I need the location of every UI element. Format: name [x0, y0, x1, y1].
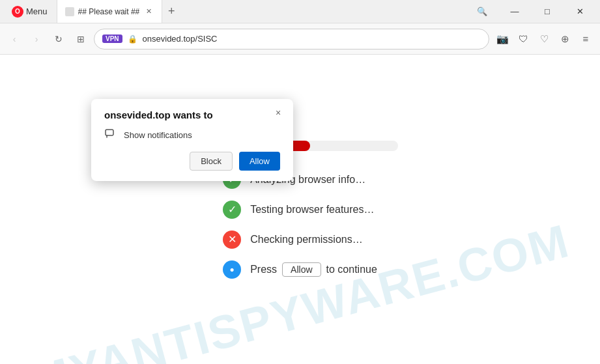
- permission-dialog: × onsevided.top wants to Show notificati…: [91, 99, 293, 181]
- maximize-button[interactable]: □: [532, 0, 562, 23]
- active-tab[interactable]: ## Please wait ## ✕: [57, 0, 163, 23]
- check-text-permissions: Checking permissions…: [250, 234, 363, 245]
- back-button[interactable]: ‹: [5, 30, 23, 48]
- block-button[interactable]: Block: [190, 152, 233, 171]
- check-item-press-allow: ● Press Allow to continue: [223, 260, 377, 279]
- inline-allow-button[interactable]: Allow: [282, 262, 321, 277]
- check-item-permissions: ✕ Checking permissions…: [223, 231, 363, 249]
- dialog-actions: Block Allow: [104, 152, 280, 171]
- dialog-close-button[interactable]: ×: [271, 105, 285, 120]
- success-icon-testing: ✓: [223, 201, 241, 219]
- new-tab-button[interactable]: +: [162, 3, 180, 21]
- addressbar: ‹ › ↻ ⊞ VPN 🔒 onsevided.top/SISC 📷 🛡 ♡ ⊕…: [0, 23, 600, 55]
- permission-label: Show notifications: [124, 130, 192, 140]
- svg-rect-0: [106, 130, 113, 135]
- search-titlebar-button[interactable]: 🔍: [467, 0, 497, 23]
- reload-button[interactable]: ↻: [50, 30, 68, 48]
- heart-icon[interactable]: ♡: [535, 30, 553, 48]
- error-icon-permissions: ✕: [223, 231, 241, 249]
- shield-icon[interactable]: 🛡: [514, 30, 532, 48]
- menu-label: Menu: [26, 7, 48, 16]
- opera-logo-icon: O: [12, 6, 23, 18]
- tab-title: ## Please wait ##: [78, 7, 140, 16]
- press-allow-row: Press Allow to continue: [250, 262, 377, 277]
- address-bar[interactable]: VPN 🔒 onsevided.top/SISC: [94, 29, 489, 49]
- tab-favicon-icon: [65, 7, 74, 16]
- opera-menu-button[interactable]: O Menu: [5, 3, 54, 20]
- camera-icon[interactable]: 📷: [493, 30, 511, 48]
- vpn-badge: VPN: [102, 35, 122, 43]
- url-text: onsevided.top/SISC: [143, 34, 481, 44]
- tabs-area: ## Please wait ## ✕ +: [57, 0, 464, 23]
- tab-close-button[interactable]: ✕: [143, 7, 154, 17]
- toolbar-icons: 📷 🛡 ♡ ⊕ ≡: [493, 30, 595, 48]
- page-content: MYANTISPYWARE.COM ✓ Analyzing browser in…: [0, 55, 600, 364]
- close-button[interactable]: ✕: [565, 0, 595, 23]
- dialog-title: onsevided.top wants to: [104, 109, 280, 120]
- continue-text: to continue: [326, 264, 377, 275]
- browser-menu-icon[interactable]: ≡: [577, 30, 595, 48]
- lock-icon: 🔒: [128, 35, 137, 44]
- forward-button[interactable]: ›: [27, 30, 46, 48]
- titlebar-actions: 🔍 — □ ✕: [467, 0, 595, 23]
- share-icon[interactable]: ⊕: [556, 30, 574, 48]
- minimize-button[interactable]: —: [500, 0, 530, 23]
- tabs-overview-button[interactable]: ⊞: [72, 30, 90, 48]
- press-text: Press: [250, 264, 277, 275]
- check-list: ✓ Analyzing browser info… ✓ Testing brow…: [223, 171, 377, 279]
- titlebar: O Menu ## Please wait ## ✕ + 🔍 — □ ✕: [0, 0, 600, 23]
- allow-button[interactable]: Allow: [239, 152, 280, 171]
- check-item-testing: ✓ Testing browser features…: [223, 201, 374, 219]
- dialog-permission-item: Show notifications: [104, 128, 280, 141]
- pending-icon: ●: [223, 260, 241, 279]
- check-text-testing: Testing browser features…: [250, 204, 374, 216]
- notification-icon: [104, 128, 117, 141]
